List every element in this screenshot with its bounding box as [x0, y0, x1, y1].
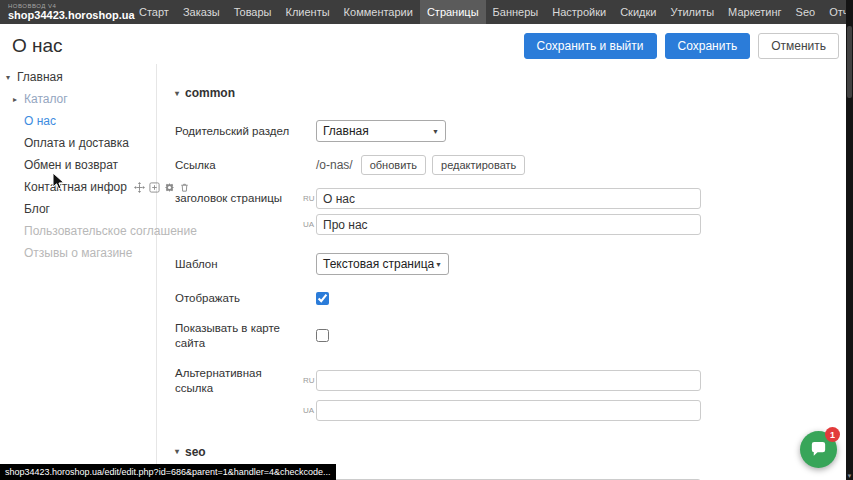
nav-banners[interactable]: Баннеры	[486, 0, 546, 24]
scrollbar-down-arrow-icon[interactable]: ▼	[846, 473, 853, 479]
display-label: Отображать	[175, 291, 303, 305]
scrollbar-thumb[interactable]	[847, 26, 852, 98]
nav-start[interactable]: Старт	[132, 0, 176, 24]
link-row: Ссылка /o-nas/ обновить редактировать	[175, 155, 853, 175]
sidebar-item-user-agreement[interactable]: Пользовательское соглашение	[0, 220, 156, 242]
template-value: Текстовая страница	[323, 257, 434, 271]
brand-domain: shop34423.horoshop.ua	[8, 10, 112, 21]
section-caret-down-icon: ▾	[175, 89, 179, 98]
nav-marketing[interactable]: Маркетинг	[721, 0, 788, 24]
sidebar-item-label: Контактная инфор	[24, 180, 127, 194]
sidebar-item-store-reviews[interactable]: Отзывы о магазине	[0, 242, 156, 264]
parent-section-row: Родительский раздел Главная ▼	[175, 120, 853, 142]
alt-link-ru-row: Альтернативная ссылка RU	[175, 366, 853, 395]
lang-ua-tag: UA	[303, 220, 316, 229]
sidebar-item-blog[interactable]: Блог	[0, 198, 156, 220]
move-icon[interactable]	[134, 182, 145, 193]
link-update-button[interactable]: обновить	[361, 155, 426, 175]
page-title-label: заголовок страницы	[175, 191, 303, 205]
nav-products[interactable]: Товары	[227, 0, 279, 24]
link-path-value: /o-nas/	[316, 158, 353, 172]
alt-link-ua-input[interactable]	[316, 400, 701, 421]
alt-link-ua-row: UA	[175, 400, 853, 421]
nav-comments[interactable]: Комментарии	[337, 0, 420, 24]
nav-pages[interactable]: Страницы	[420, 0, 486, 24]
caret-right-icon[interactable]: ▸	[13, 95, 24, 104]
sidebar-item-catalog[interactable]: ▸ Каталог	[0, 88, 156, 110]
section-common-label: common	[185, 86, 235, 100]
add-page-icon[interactable]	[149, 182, 160, 193]
sitemap-label: Показывать в карте сайта	[175, 321, 303, 350]
sidebar-item-label: О нас	[24, 114, 56, 128]
sidebar-item-label: Каталог	[24, 92, 68, 106]
nav-clients[interactable]: Клиенты	[279, 0, 337, 24]
display-row: Отображать	[175, 291, 853, 305]
page-title-ua-input[interactable]	[316, 214, 701, 235]
sitemap-row: Показывать в карте сайта	[175, 321, 853, 350]
display-checkbox[interactable]	[316, 292, 329, 305]
tree-item-tools	[134, 182, 190, 193]
chat-widget-button[interactable]: 1	[800, 431, 837, 468]
sidebar-item-exchange-return[interactable]: Обмен и возврат	[0, 154, 156, 176]
lang-ru-tag: RU	[303, 194, 316, 203]
sidebar-item-home[interactable]: ▾ Главная	[0, 66, 156, 88]
save-button[interactable]: Сохранить	[665, 33, 751, 59]
page-edit-form: ▾ common Родительский раздел Главная ▼ С…	[157, 64, 853, 480]
sidebar-item-label: Обмен и возврат	[24, 158, 118, 172]
sitemap-checkbox[interactable]	[316, 329, 329, 342]
sidebar-item-label: Главная	[17, 70, 63, 84]
lang-ru-tag: RU	[303, 376, 316, 385]
parent-section-value: Главная	[323, 124, 369, 138]
link-edit-button[interactable]: редактировать	[432, 155, 525, 175]
template-select[interactable]: Текстовая страница ▼	[316, 253, 449, 275]
sidebar-item-label: Пользовательское соглашение	[24, 224, 197, 238]
page-title-ru-input[interactable]	[316, 188, 701, 209]
parent-section-select[interactable]: Главная ▼	[316, 120, 446, 142]
page-title: О нас	[12, 35, 516, 57]
template-row: Шаблон Текстовая страница ▼	[175, 253, 853, 275]
alt-link-ru-input[interactable]	[316, 370, 701, 391]
pages-tree-sidebar: ▾ Главная ▸ Каталог О нас Оплата и доста…	[0, 64, 157, 480]
main-layout: ▾ Главная ▸ Каталог О нас Оплата и доста…	[0, 64, 853, 480]
section-common[interactable]: ▾ common	[175, 86, 853, 100]
chat-bubble-icon	[809, 440, 828, 459]
lang-ua-tag: UA	[303, 406, 316, 415]
topbar: НОВОВВОД V4 shop34423.horoshop.ua Старт …	[0, 0, 853, 24]
select-caret-icon: ▼	[432, 128, 439, 135]
alt-link-label: Альтернативная ссылка	[175, 366, 303, 395]
parent-section-label: Родительский раздел	[175, 124, 303, 138]
delete-trash-icon[interactable]	[179, 182, 190, 193]
brand-logo[interactable]: НОВОВВОД V4 shop34423.horoshop.ua	[8, 0, 112, 24]
sidebar-item-label: Оплата и доставка	[24, 136, 129, 150]
sidebar-item-label: Блог	[24, 202, 50, 216]
caret-down-icon[interactable]: ▾	[6, 73, 17, 82]
select-caret-icon: ▼	[435, 261, 442, 268]
cancel-button[interactable]: Отменить	[758, 33, 839, 59]
nav-utilities[interactable]: Утилиты	[663, 0, 721, 24]
sidebar-item-about[interactable]: О нас	[0, 110, 156, 132]
page-title-ua-row: UA	[175, 214, 853, 235]
nav-discounts[interactable]: Скидки	[613, 0, 663, 24]
page-title-ru-row: заголовок страницы RU	[175, 188, 853, 209]
sidebar-item-label: Отзывы о магазине	[24, 246, 132, 260]
chat-unread-badge: 1	[825, 427, 840, 442]
sidebar-item-payment-delivery[interactable]: Оплата и доставка	[0, 132, 156, 154]
nav-seo[interactable]: Seo	[789, 0, 823, 24]
section-caret-down-icon: ▾	[175, 447, 179, 456]
vertical-scrollbar[interactable]: ▼	[846, 0, 853, 480]
sidebar-item-contact-info[interactable]: Контактная инфор	[0, 176, 156, 198]
link-label: Ссылка	[175, 158, 303, 172]
nav-orders[interactable]: Заказы	[176, 0, 227, 24]
nav-settings[interactable]: Настройки	[545, 0, 613, 24]
page-header: О нас Сохранить и выйти Сохранить Отмени…	[0, 24, 853, 64]
top-nav: Старт Заказы Товары Клиенты Комментарии …	[132, 0, 853, 24]
template-label: Шаблон	[175, 257, 303, 271]
settings-gear-icon[interactable]	[164, 182, 175, 193]
section-seo[interactable]: ▾ seo	[175, 445, 853, 459]
save-and-exit-button[interactable]: Сохранить и выйти	[524, 33, 657, 59]
section-seo-label: seo	[185, 445, 206, 459]
browser-status-bar: shop34423.horoshop.ua/edit/edit.php?id=6…	[0, 464, 336, 480]
